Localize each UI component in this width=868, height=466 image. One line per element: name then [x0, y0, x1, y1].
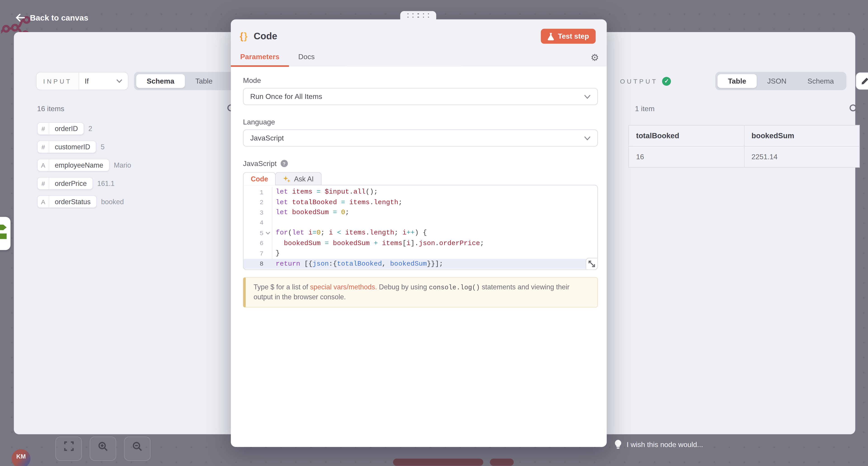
field-type-icon: A [38, 159, 49, 171]
code-token: items [382, 239, 402, 247]
language-select[interactable]: JavaScript [243, 129, 598, 146]
input-schema-list: # orderID 2 # customerID 5 A employeeNam… [37, 122, 131, 208]
code-token: bookedSum [333, 239, 370, 247]
n8n-node-details-view: Back to canvas KM [0, 0, 868, 466]
code-line[interactable]: 2 let totalBooked = items.length; [244, 197, 597, 207]
output-cell: 16 [629, 146, 744, 167]
editor-section-label-row: JavaScript ? [243, 159, 598, 168]
back-to-canvas-label: Back to canvas [30, 13, 88, 22]
code-token [321, 188, 325, 196]
line-number: 2 [244, 199, 264, 206]
field-value: Mario [114, 161, 131, 169]
zoom-in-icon [98, 441, 108, 451]
code-token: [{ [300, 260, 312, 267]
field-type-icon: A [38, 196, 49, 207]
output-table-header-row: totalBookedbookedSum [629, 125, 860, 146]
code-token: items [292, 188, 312, 196]
expand-editor-button[interactable] [586, 258, 597, 269]
input-node-selector[interactable]: INPUT If [36, 72, 128, 90]
code-token: let [292, 229, 304, 237]
code-line[interactable]: 3 let bookedSum = 0; [244, 207, 597, 218]
output-panel-label: OUTPUT [620, 78, 658, 84]
language-select-value: JavaScript [250, 134, 284, 142]
output-tab-table[interactable]: Table [717, 74, 757, 88]
chevron-down-icon [584, 94, 591, 99]
help-icon[interactable]: ? [281, 160, 288, 167]
code-token: bookedSum [292, 209, 329, 217]
code-token: bookedSum [390, 260, 427, 267]
tab-docs[interactable]: Docs [289, 53, 324, 66]
if-node-card[interactable] [0, 217, 11, 250]
input-tab-schema[interactable]: Schema [136, 74, 185, 88]
code-token: , [382, 260, 390, 267]
output-data-table: totalBookedbookedSum 162251.14 [628, 125, 860, 168]
code-token: totalBooked [337, 260, 382, 267]
code-token: = [341, 199, 345, 206]
code-token: ; [345, 209, 349, 217]
input-panel-label: INPUT [37, 72, 79, 90]
input-tab-table[interactable]: Table [185, 74, 223, 88]
editor-tab-ask-ai[interactable]: Ask AI [275, 172, 321, 186]
mode-select-value: Run Once for All Items [250, 92, 322, 101]
avatar[interactable]: KM [11, 449, 30, 466]
output-tab-json[interactable]: JSON [757, 74, 797, 88]
code-line[interactable]: 6 bookedSum = bookedSum + items[i].json.… [244, 238, 597, 248]
schema-field-pill[interactable]: # orderID [37, 122, 84, 135]
input-items-count: 16 items [37, 105, 64, 113]
editor-tabs: Code Ask AI [243, 172, 598, 186]
zoom-in-button[interactable] [90, 436, 116, 461]
lightbulb-icon [614, 440, 622, 449]
editor-tab-code[interactable]: Code [243, 172, 276, 186]
code-token [320, 239, 324, 247]
code-token [288, 188, 292, 196]
schema-field-pill[interactable]: # orderPrice [37, 177, 93, 190]
zoom-out-button[interactable] [124, 436, 151, 461]
code-line[interactable]: 8 return [{json:{totalBooked, bookedSum}… [244, 259, 597, 269]
code-token: i [308, 229, 312, 237]
schema-field-pill[interactable]: A orderStatus [37, 195, 97, 208]
code-token: 0 [316, 229, 320, 237]
code-token: totalBooked [292, 199, 337, 206]
modal-drag-handle[interactable] [400, 11, 436, 20]
zoom-to-fit-button[interactable] [55, 436, 82, 461]
mode-label: Mode [243, 76, 598, 85]
code-token: ++ [406, 229, 414, 237]
dimmed-canvas-button [393, 459, 483, 466]
code-token: let [276, 188, 288, 196]
code-token: items [349, 199, 370, 206]
schema-field-pill[interactable]: A employeeName [37, 159, 110, 171]
output-search-icon[interactable] [849, 104, 859, 113]
test-step-button[interactable]: Test step [541, 29, 596, 43]
code-line-content: return [{json:{totalBooked, bookedSum}}]… [272, 259, 597, 269]
schema-field-row: A orderStatus booked [37, 195, 131, 208]
code-token: 0 [341, 209, 345, 217]
modal-title: Code [254, 31, 277, 42]
back-to-canvas-button[interactable]: Back to canvas [16, 13, 88, 22]
tab-parameters[interactable]: Parameters [231, 53, 289, 66]
line-number: 5 [244, 230, 264, 237]
schema-field-pill[interactable]: # customerID [37, 140, 96, 153]
output-table-row[interactable]: 162251.14 [629, 146, 860, 167]
field-type-icon: # [38, 177, 49, 189]
code-editor[interactable]: 1 let items = $input.all(); 2 let totalB… [243, 185, 598, 270]
field-type-icon: # [38, 123, 49, 134]
node-settings-gear-icon[interactable]: ⚙ [590, 52, 599, 63]
editor-hint-callout: Type $ for a list of special vars/method… [243, 277, 598, 308]
field-type-icon: # [38, 141, 49, 153]
code-line[interactable]: 7 } [244, 248, 597, 259]
sparkles-icon [283, 175, 291, 183]
input-items-count-row: 16 items [37, 104, 237, 113]
mode-select[interactable]: Run Once for All Items [243, 88, 598, 105]
special-vars-link[interactable]: special vars/methods. [310, 283, 377, 291]
code-line[interactable]: 4 [244, 218, 597, 228]
line-number: 4 [244, 219, 264, 226]
code-line[interactable]: 5 for(let i=0; i < items.length; i++) { [244, 228, 597, 238]
edit-output-button[interactable] [856, 72, 868, 90]
output-column-header: bookedSum [744, 125, 860, 146]
node-feedback-button[interactable]: I wish this node would... [614, 440, 703, 449]
code-token: for [276, 229, 288, 237]
code-node-icon: {} [240, 31, 248, 42]
output-tab-schema[interactable]: Schema [797, 74, 844, 88]
code-line[interactable]: 1 let items = $input.all(); [244, 187, 597, 197]
code-line-content: let totalBooked = items.length; [272, 197, 597, 207]
